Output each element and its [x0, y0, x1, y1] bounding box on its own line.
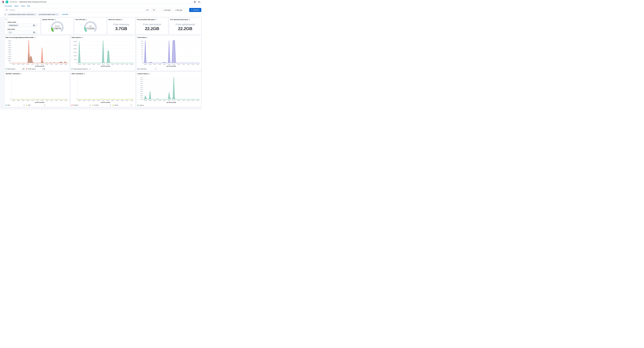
date-range[interactable]: ~ a day ago → ~ a day ago [157, 9, 188, 11]
remove-filter-icon[interactable]: × [57, 14, 58, 15]
date-to[interactable]: ~ a day ago [174, 9, 182, 11]
remove-token-icon[interactable]: × [17, 25, 18, 26]
info-icon[interactable]: i [189, 19, 190, 20]
filter-bar: prometheus.labels.cluster: cluster.local… [0, 12, 202, 17]
panel-title: Other commands [72, 73, 83, 75]
clear-selection-icon[interactable]: × [33, 24, 35, 26]
panel-other-commands: Other commands i 013:5013:5514:0014:0514… [70, 72, 135, 107]
info-icon[interactable]: i [155, 19, 157, 20]
svg-text:14:25: 14:25 [177, 64, 180, 65]
svg-text:14:05: 14:05 [158, 100, 161, 101]
svg-text:14:10: 14:10 [163, 64, 166, 65]
kql-selector[interactable]: KQL [144, 9, 151, 11]
legend-item[interactable]: Node ingress1.6B [6, 68, 26, 70]
svg-text:14:20: 14:20 [106, 100, 109, 101]
info-icon[interactable]: i [149, 73, 150, 74]
chevron-down-icon[interactable]: ▾ [36, 25, 36, 26]
legend-series-name: Total requests (ops/sec) [73, 68, 88, 70]
svg-text:14:15: 14:15 [168, 64, 170, 65]
filter-pill-node[interactable]: prometheus.labels.node: 1 × [38, 13, 59, 16]
remove-token-icon[interactable]: × [11, 32, 12, 33]
total-requests-chart[interactable]: 05,00010,00015,00020,00025,00030,00013:5… [72, 39, 134, 65]
cloud-globe-icon[interactable] [194, 1, 196, 3]
legend-item[interactable]: Total requests (ops/sec)0 [72, 68, 92, 70]
svg-text:14:00: 14:00 [88, 100, 90, 101]
svg-text:20,000: 20,000 [73, 48, 77, 49]
metric: Free persistent 22.2GB [137, 20, 167, 33]
svg-text:0.00: 0.00 [140, 97, 142, 98]
svg-text:14:25: 14:25 [46, 100, 48, 101]
svg-text:14:35: 14:35 [187, 100, 190, 101]
svg-text:4.4KB: 4.4KB [8, 42, 11, 44]
svg-text:14:40: 14:40 [126, 64, 128, 65]
legend-series-value: 1.6B [22, 68, 26, 70]
chevron-down-icon[interactable]: ▾ [36, 32, 36, 33]
selected-option-token[interactable]: 1 × [8, 31, 12, 33]
info-icon[interactable]: i [84, 73, 85, 74]
svg-text:0B: 0B [10, 62, 11, 64]
selected-option-token[interactable]: cluster.local × [8, 24, 19, 26]
calendar-icon [153, 9, 155, 11]
info-icon[interactable]: i [122, 19, 123, 20]
system-cpu-gauge[interactable]: system 3.967% [50, 21, 64, 34]
legend-item[interactable]: SET0 [26, 104, 47, 106]
connections-chart[interactable]: 0510152025303540455013:5013:5514:0014:05… [138, 39, 200, 65]
share-link[interactable]: Share [14, 5, 18, 7]
search-input[interactable] [10, 9, 144, 11]
full-screen-link[interactable]: Full screen [4, 5, 12, 7]
svg-text:13:55: 13:55 [149, 100, 152, 101]
space-avatar[interactable]: D [6, 1, 8, 3]
svg-text:0.00: 0.00 [140, 91, 142, 92]
info-icon[interactable]: i [6, 19, 7, 20]
date-from[interactable]: ~ a day ago [162, 9, 171, 11]
svg-text:0.01: 0.01 [140, 79, 142, 80]
legend-series-value: 0 [131, 104, 133, 106]
legend-item[interactable]: GET0 [6, 104, 26, 106]
svg-text:14:45: 14:45 [130, 64, 133, 65]
legend-series-name: Latency [139, 104, 144, 106]
refresh-icon: ↻ [191, 9, 193, 11]
info-icon[interactable]: i [82, 37, 83, 38]
info-icon[interactable]: i [146, 37, 148, 38]
svg-text:14:10: 14:10 [97, 100, 100, 101]
getset-commands-chart[interactable]: 013:5013:5514:0014:0514:1014:1514:2014:2… [6, 75, 68, 102]
legend-item[interactable]: AUTH0 [113, 104, 133, 106]
filter-menu-icon[interactable] [4, 13, 6, 15]
info-icon[interactable]: i [34, 37, 36, 38]
listener-latency-chart[interactable]: 0.000.000.000.000.000.000.000.000.010.01… [138, 75, 200, 102]
other-commands-chart[interactable]: 013:5013:5514:0014:0514:1014:1514:2014:2… [72, 75, 134, 102]
info-icon[interactable]: i [20, 73, 22, 74]
user-cpu-gauge[interactable]: user 4.533% [84, 21, 97, 34]
refresh-button[interactable]: ↻ Refresh [189, 8, 201, 12]
legend-item[interactable]: TOUCH0 [72, 104, 92, 106]
edit-link[interactable]: Edit [27, 5, 30, 7]
dashboard-grid: i cluster name cluster.local × × ▾ [0, 17, 202, 110]
legend-dot [72, 68, 72, 69]
date-quick-select-button[interactable]: ▾ [152, 8, 157, 12]
chevron-down-icon: ▾ [8, 9, 8, 10]
legend-series-name: SET [28, 104, 31, 106]
newsfeed-mail-icon[interactable] [198, 1, 200, 3]
node-name-select[interactable]: 1 × × ▾ [8, 31, 37, 34]
breadcrumb-dashboard[interactable]: Dashboard [10, 1, 18, 3]
svg-text:14:00: 14:00 [22, 64, 24, 65]
svg-text:0.00: 0.00 [140, 95, 142, 96]
svg-text:45: 45 [141, 43, 142, 44]
saved-query-menu-button[interactable]: ▾ [5, 8, 10, 12]
legend-item[interactable]: Node egress1.6B [26, 68, 47, 70]
legend-item[interactable]: Connections0 [138, 68, 158, 70]
cluster-name-select[interactable]: cluster.local × × ▾ [8, 23, 37, 27]
network-traffic-chart[interactable]: 0B500B1,000B1.5KB2KB2.4KB2.9KB3.4KB3.9KB… [6, 39, 68, 65]
info-icon[interactable]: i [86, 19, 87, 20]
legend-item[interactable]: Latency [138, 104, 144, 106]
panel-free-persistent-disk: Free persistent disk space i Free persis… [136, 17, 168, 35]
filter-pill-cluster[interactable]: prometheus.labels.cluster: cluster.local… [8, 13, 37, 16]
clone-link[interactable]: Clone [21, 5, 25, 7]
clear-selection-icon[interactable]: × [33, 31, 35, 33]
add-filter-link[interactable]: + Add filter [61, 13, 68, 15]
legend-item[interactable]: FLUSH0 [92, 104, 113, 106]
refresh-label: Refresh [193, 9, 199, 11]
remove-filter-icon[interactable]: × [35, 14, 36, 15]
info-icon[interactable]: i [54, 19, 56, 20]
kibana-logo[interactable] [2, 1, 4, 3]
